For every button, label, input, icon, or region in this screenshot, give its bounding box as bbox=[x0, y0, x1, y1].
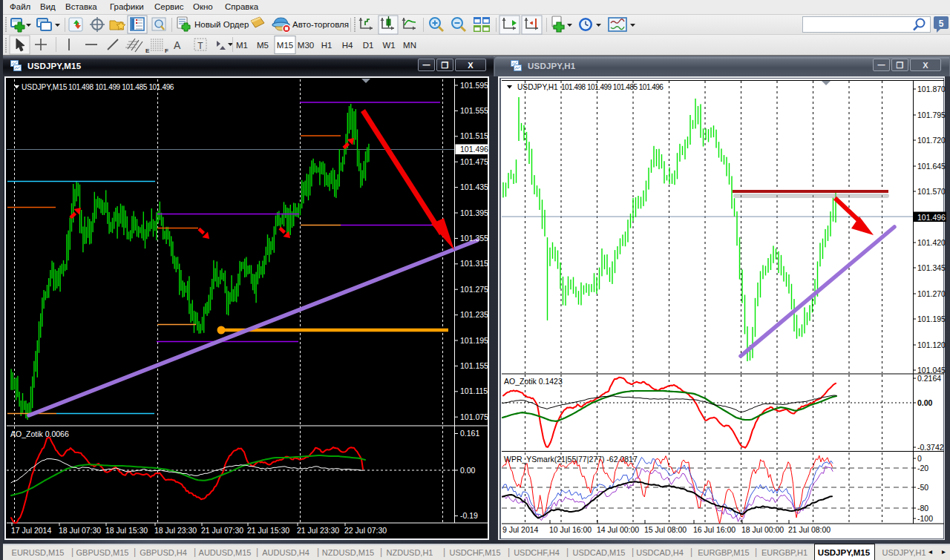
svg-text:17 Jul 2014: 17 Jul 2014 bbox=[11, 526, 51, 535]
svg-text:101.498 101.499 101.485 101.49: 101.498 101.499 101.485 101.496 bbox=[68, 83, 174, 91]
svg-text:T: T bbox=[197, 41, 203, 51]
svg-text:0.161: 0.161 bbox=[460, 429, 479, 438]
svg-text:0.00: 0.00 bbox=[917, 398, 933, 407]
svg-text:-50: -50 bbox=[917, 483, 928, 492]
svg-text:101.395: 101.395 bbox=[460, 208, 488, 217]
svg-text:101.475: 101.475 bbox=[460, 157, 488, 166]
svg-text:21 Jul 08:00: 21 Jul 08:00 bbox=[788, 525, 831, 534]
svg-text:101.496: 101.496 bbox=[917, 213, 946, 222]
svg-text:101.195: 101.195 bbox=[460, 336, 488, 345]
svg-text:0.2164: 0.2164 bbox=[917, 374, 941, 383]
svg-text:USDJPY,M15: USDJPY,M15 bbox=[22, 83, 68, 91]
svg-text:-0.3742: -0.3742 bbox=[917, 443, 944, 452]
svg-text:-100: -100 bbox=[917, 514, 933, 523]
svg-text:M15: M15 bbox=[277, 41, 293, 50]
svg-text:101.555: 101.555 bbox=[460, 106, 488, 115]
svg-text:22 Jul 07:30: 22 Jul 07:30 bbox=[344, 526, 387, 535]
svg-text:101.315: 101.315 bbox=[460, 259, 488, 268]
svg-text:101.275: 101.275 bbox=[460, 285, 488, 294]
svg-text:H4: H4 bbox=[342, 41, 353, 50]
svg-text:18 Jul 00:00: 18 Jul 00:00 bbox=[741, 525, 784, 534]
svg-text:AO_Zotik 0.1423: AO_Zotik 0.1423 bbox=[504, 377, 563, 386]
svg-text:9 Jul 2014: 9 Jul 2014 bbox=[502, 525, 539, 534]
svg-text:M1: M1 bbox=[236, 41, 248, 50]
svg-text:H1: H1 bbox=[321, 41, 332, 50]
svg-text:101.498 101.499 101.485 101.49: 101.498 101.499 101.485 101.496 bbox=[561, 83, 664, 91]
svg-text:21 Jul 23:30: 21 Jul 23:30 bbox=[297, 526, 339, 535]
svg-text:Новый Ордер: Новый Ордер bbox=[194, 20, 249, 29]
svg-text:0.00: 0.00 bbox=[460, 466, 476, 475]
svg-text:101.120: 101.120 bbox=[917, 340, 946, 349]
svg-text:21 Jul 07:30: 21 Jul 07:30 bbox=[201, 526, 243, 535]
svg-text:5: 5 bbox=[939, 19, 944, 29]
svg-text:18 Jul 23:30: 18 Jul 23:30 bbox=[154, 526, 197, 535]
svg-text:F: F bbox=[165, 47, 168, 54]
svg-text:-20: -20 bbox=[917, 464, 928, 472]
svg-text:MN: MN bbox=[403, 41, 416, 50]
svg-text:101.420: 101.420 bbox=[917, 238, 946, 247]
svg-text:101.355: 101.355 bbox=[460, 234, 488, 243]
svg-text:14 Jul 00:00: 14 Jul 00:00 bbox=[597, 525, 639, 534]
svg-text:101.270: 101.270 bbox=[917, 289, 946, 298]
svg-text:101.235: 101.235 bbox=[460, 310, 488, 319]
svg-text:E: E bbox=[145, 47, 150, 54]
svg-text:21 Jul 15:30: 21 Jul 15:30 bbox=[247, 526, 289, 535]
svg-text:18 Jul 07:30: 18 Jul 07:30 bbox=[59, 526, 101, 535]
svg-text:101.870: 101.870 bbox=[917, 85, 946, 93]
svg-text:101.645: 101.645 bbox=[917, 162, 946, 171]
svg-text:101.570: 101.570 bbox=[917, 187, 946, 196]
svg-text:101.515: 101.515 bbox=[460, 131, 488, 140]
svg-text:M5: M5 bbox=[257, 41, 269, 50]
svg-text:101.345: 101.345 bbox=[917, 263, 946, 272]
svg-text:101.435: 101.435 bbox=[460, 182, 488, 191]
svg-text:D1: D1 bbox=[363, 41, 374, 50]
svg-text:101.155: 101.155 bbox=[460, 361, 488, 370]
svg-text:0: 0 bbox=[917, 454, 922, 463]
svg-text:M30: M30 bbox=[298, 41, 314, 50]
svg-text:101.115: 101.115 bbox=[460, 386, 488, 395]
svg-text:-0.19: -0.19 bbox=[460, 511, 478, 520]
svg-text:USDJPY,H1: USDJPY,H1 bbox=[517, 83, 558, 91]
svg-text:16 Jul 16:00: 16 Jul 16:00 bbox=[693, 525, 736, 534]
svg-text:15 Jul 08:00: 15 Jul 08:00 bbox=[644, 525, 687, 534]
svg-text:101.595: 101.595 bbox=[460, 81, 488, 90]
svg-text:A: A bbox=[174, 39, 181, 51]
svg-text:101.195: 101.195 bbox=[917, 314, 946, 323]
svg-text:101.720: 101.720 bbox=[917, 136, 946, 145]
svg-text:Авто-торговля: Авто-торговля bbox=[292, 20, 349, 29]
svg-text:101.496: 101.496 bbox=[460, 145, 488, 154]
svg-text:-80: -80 bbox=[917, 504, 928, 513]
svg-text:AO_Zotik 0.0066: AO_Zotik 0.0066 bbox=[10, 429, 69, 438]
svg-text:101.075: 101.075 bbox=[460, 412, 488, 421]
svg-text:W1: W1 bbox=[382, 41, 395, 50]
svg-text:10 Jul 16:00: 10 Jul 16:00 bbox=[549, 525, 592, 534]
svg-text:18 Jul 15:30: 18 Jul 15:30 bbox=[105, 526, 148, 535]
svg-text:WPR_YSmark(21|55|77|277) -62.0: WPR_YSmark(21|55|77|277) -62.0817 bbox=[504, 455, 638, 464]
svg-text:101.795: 101.795 bbox=[917, 111, 946, 119]
